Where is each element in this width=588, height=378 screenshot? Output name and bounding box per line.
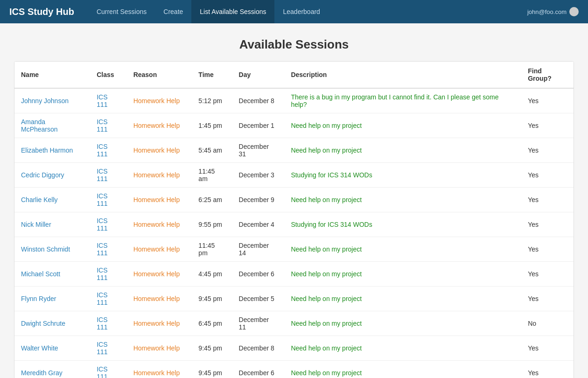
brand: ICS Study Hub bbox=[9, 7, 74, 17]
cell-name[interactable]: Dwight Schrute bbox=[14, 311, 90, 336]
cell-name[interactable]: Elizabeth Harmon bbox=[14, 138, 90, 163]
cell-reason: Homework Help bbox=[127, 163, 192, 188]
cell-reason: Homework Help bbox=[127, 138, 192, 163]
col-header-class: Class bbox=[90, 62, 126, 88]
cell-class: ICS 111 bbox=[90, 287, 126, 311]
cell-reason: Homework Help bbox=[127, 361, 192, 378]
cell-time: 9:55 pm bbox=[192, 212, 232, 237]
navbar: ICS Study Hub Current SessionsCreateList… bbox=[0, 0, 588, 23]
nav-link-list-available-sessions[interactable]: List Available Sessions bbox=[191, 0, 274, 23]
cell-day: December 8 bbox=[232, 88, 285, 113]
cell-day: December 6 bbox=[232, 262, 285, 287]
cell-time: 11:45 pm bbox=[192, 237, 232, 262]
main-content: Available Sessions NameClassReasonTimeDa… bbox=[0, 23, 588, 378]
nav-link-create[interactable]: Create bbox=[155, 0, 191, 23]
cell-name[interactable]: Johnny Johnson bbox=[14, 88, 90, 113]
cell-description: Need help on my project bbox=[284, 262, 521, 287]
cell-day: December 8 bbox=[232, 336, 285, 361]
cell-day: December 9 bbox=[232, 188, 285, 212]
table-header: NameClassReasonTimeDayDescriptionFind Gr… bbox=[14, 62, 574, 88]
cell-find-group: Yes bbox=[521, 287, 574, 311]
cell-reason: Homework Help bbox=[127, 88, 192, 113]
table-row: Nick MillerICS 111Homework Help9:55 pmDe… bbox=[14, 212, 574, 237]
cell-time: 4:45 pm bbox=[192, 262, 232, 287]
cell-time: 1:45 pm bbox=[192, 113, 232, 138]
table-row: Amanda McPhearsonICS 111Homework Help1:4… bbox=[14, 113, 574, 138]
cell-description: Need help on my project bbox=[284, 237, 521, 262]
cell-find-group: Yes bbox=[521, 237, 574, 262]
cell-time: 11:45 am bbox=[192, 163, 232, 188]
table-row: Michael ScottICS 111Homework Help4:45 pm… bbox=[14, 262, 574, 287]
cell-description: Need help on my project bbox=[284, 361, 521, 378]
table-row: Johnny JohnsonICS 111Homework Help5:12 p… bbox=[14, 88, 574, 113]
cell-reason: Homework Help bbox=[127, 237, 192, 262]
page-title: Available Sessions bbox=[14, 37, 574, 52]
user-avatar-icon bbox=[569, 7, 579, 16]
table-row: Charlie KellyICS 111Homework Help6:25 am… bbox=[14, 188, 574, 212]
cell-name[interactable]: Cedric Diggory bbox=[14, 163, 90, 188]
table-row: Dwight SchruteICS 111Homework Help6:45 p… bbox=[14, 311, 574, 336]
cell-name[interactable]: Amanda McPhearson bbox=[14, 113, 90, 138]
col-header-reason: Reason bbox=[127, 62, 192, 88]
nav-link-current-sessions[interactable]: Current Sessions bbox=[88, 0, 155, 23]
cell-name[interactable]: Nick Miller bbox=[14, 212, 90, 237]
table-body: Johnny JohnsonICS 111Homework Help5:12 p… bbox=[14, 88, 574, 378]
cell-description: There is a bug in my program but I canno… bbox=[284, 88, 521, 113]
cell-time: 5:45 am bbox=[192, 138, 232, 163]
cell-find-group: Yes bbox=[521, 188, 574, 212]
cell-class: ICS 111 bbox=[90, 212, 126, 237]
cell-reason: Homework Help bbox=[127, 336, 192, 361]
cell-name[interactable]: Meredith Gray bbox=[14, 361, 90, 378]
cell-day: December 14 bbox=[232, 237, 285, 262]
cell-find-group: Yes bbox=[521, 113, 574, 138]
cell-description: Need help on my project bbox=[284, 188, 521, 212]
cell-find-group: Yes bbox=[521, 336, 574, 361]
header-row: NameClassReasonTimeDayDescriptionFind Gr… bbox=[14, 62, 574, 88]
cell-description: Need help on my project bbox=[284, 138, 521, 163]
cell-class: ICS 111 bbox=[90, 163, 126, 188]
cell-find-group: Yes bbox=[521, 88, 574, 113]
cell-class: ICS 111 bbox=[90, 138, 126, 163]
sessions-table-container: NameClassReasonTimeDayDescriptionFind Gr… bbox=[14, 61, 574, 378]
cell-class: ICS 111 bbox=[90, 262, 126, 287]
cell-find-group: Yes bbox=[521, 361, 574, 378]
cell-time: 9:45 pm bbox=[192, 336, 232, 361]
cell-reason: Homework Help bbox=[127, 212, 192, 237]
cell-name[interactable]: Charlie Kelly bbox=[14, 188, 90, 212]
cell-reason: Homework Help bbox=[127, 311, 192, 336]
col-header-name: Name bbox=[14, 62, 90, 88]
cell-find-group: Yes bbox=[521, 212, 574, 237]
cell-day: December 31 bbox=[232, 138, 285, 163]
cell-description: Need help on my project bbox=[284, 113, 521, 138]
cell-reason: Homework Help bbox=[127, 113, 192, 138]
cell-time: 6:25 am bbox=[192, 188, 232, 212]
cell-description: Need help on my project bbox=[284, 336, 521, 361]
cell-class: ICS 111 bbox=[90, 361, 126, 378]
cell-day: December 11 bbox=[232, 311, 285, 336]
cell-name[interactable]: Winston Schmidt bbox=[14, 237, 90, 262]
cell-find-group: No bbox=[521, 311, 574, 336]
cell-name[interactable]: Walter White bbox=[14, 336, 90, 361]
col-header-day: Day bbox=[232, 62, 285, 88]
cell-day: December 5 bbox=[232, 287, 285, 311]
cell-name[interactable]: Flynn Ryder bbox=[14, 287, 90, 311]
cell-class: ICS 111 bbox=[90, 237, 126, 262]
table-row: Meredith GrayICS 111Homework Help9:45 pm… bbox=[14, 361, 574, 378]
cell-description: Studying for ICS 314 WODs bbox=[284, 163, 521, 188]
table-row: Walter WhiteICS 111Homework Help9:45 pmD… bbox=[14, 336, 574, 361]
cell-reason: Homework Help bbox=[127, 188, 192, 212]
cell-time: 6:45 pm bbox=[192, 311, 232, 336]
cell-day: December 6 bbox=[232, 361, 285, 378]
cell-description: Studying for ICS 314 WODs bbox=[284, 212, 521, 237]
nav-links: Current SessionsCreateList Available Ses… bbox=[88, 0, 527, 23]
cell-class: ICS 111 bbox=[90, 88, 126, 113]
cell-name[interactable]: Michael Scott bbox=[14, 262, 90, 287]
user-email: john@foo.com bbox=[527, 8, 567, 15]
cell-find-group: Yes bbox=[521, 138, 574, 163]
col-header-find-group: Find Group? bbox=[521, 62, 574, 88]
table-row: Winston SchmidtICS 111Homework Help11:45… bbox=[14, 237, 574, 262]
cell-time: 9:45 pm bbox=[192, 287, 232, 311]
nav-link-leaderboard[interactable]: Leaderboard bbox=[274, 0, 328, 23]
cell-find-group: Yes bbox=[521, 163, 574, 188]
cell-class: ICS 111 bbox=[90, 311, 126, 336]
